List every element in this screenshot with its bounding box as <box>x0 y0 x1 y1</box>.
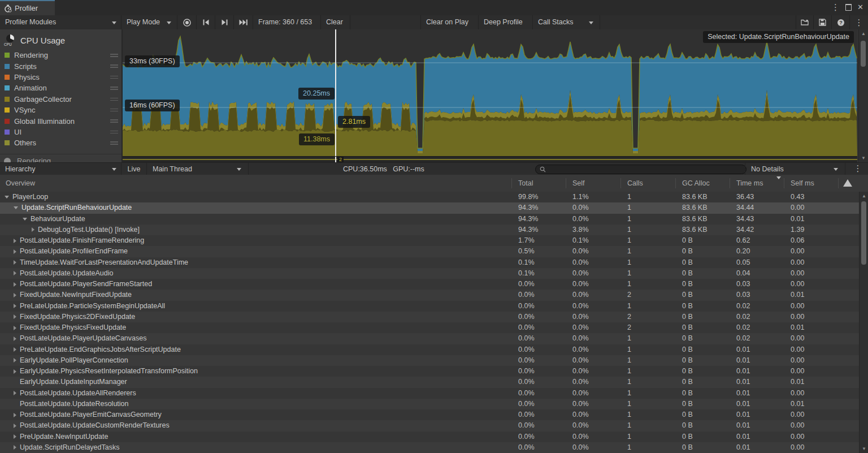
expand-arrow-icon[interactable] <box>32 227 34 232</box>
legend-item-global-illumination[interactable]: Global Illumination <box>0 115 121 126</box>
collapse-arrow-icon[interactable] <box>23 218 27 221</box>
record-button[interactable] <box>177 15 197 29</box>
toolbar-menu-button[interactable]: ⋮ <box>850 15 868 29</box>
scroll-down-icon[interactable]: ▼ <box>858 156 868 161</box>
table-row[interactable]: FixedUpdate.NewInputFixedUpdate0.0%0.0%2… <box>0 290 868 300</box>
drag-handle-icon[interactable] <box>110 109 118 113</box>
expand-arrow-icon[interactable] <box>14 271 16 275</box>
expand-arrow-icon[interactable] <box>14 336 16 341</box>
table-row[interactable]: TimeUpdate.WaitForLastPresentationAndUpd… <box>0 257 868 268</box>
drag-handle-icon[interactable] <box>110 54 118 58</box>
drag-handle-icon[interactable] <box>110 87 118 91</box>
expand-arrow-icon[interactable] <box>14 369 16 374</box>
legend-item-physics[interactable]: Physics <box>0 72 121 83</box>
expand-arrow-icon[interactable] <box>14 391 16 395</box>
help-button[interactable]: ? <box>832 15 850 29</box>
column-overview[interactable]: Overview <box>6 179 35 187</box>
last-frame-button[interactable] <box>234 15 253 29</box>
table-row[interactable]: PostLateUpdate.UpdateAudio0.1%0.0%10 B0.… <box>0 268 868 279</box>
details-dropdown[interactable]: No Details <box>745 163 845 175</box>
table-row[interactable]: DebugLogTest.Update() [Invoke]94.3%3.8%1… <box>0 225 868 235</box>
expand-arrow-icon[interactable] <box>14 326 16 330</box>
table-row[interactable]: Update.ScriptRunDelayedTasks0.0%0.0%10 B… <box>0 442 868 453</box>
column-gc-alloc[interactable]: GC Alloc <box>682 179 710 187</box>
prev-frame-button[interactable] <box>197 15 215 29</box>
drag-handle-icon[interactable] <box>110 131 118 135</box>
table-row[interactable]: PostLateUpdate.PlayerEmitCanvasGeometry0… <box>0 409 868 420</box>
view-mode-dropdown[interactable]: Hierarchy <box>0 163 121 175</box>
legend-item-ui[interactable]: UI <box>0 127 121 137</box>
collapse-all-button[interactable] <box>843 179 852 187</box>
expand-arrow-icon[interactable] <box>14 260 16 265</box>
collapse-arrow-icon[interactable] <box>14 206 18 209</box>
expand-arrow-icon[interactable] <box>14 424 16 428</box>
drag-handle-icon[interactable] <box>110 76 118 80</box>
table-row[interactable]: Update.ScriptRunBehaviourUpdate94.3%0.0%… <box>0 202 868 213</box>
table-row[interactable]: PostLateUpdate.PlayerUpdateCanvases0.0%0… <box>0 333 868 344</box>
column-calls[interactable]: Calls <box>627 179 643 187</box>
column-self-ms[interactable]: Self ms <box>791 179 814 187</box>
expand-arrow-icon[interactable] <box>14 413 16 417</box>
table-row[interactable]: PreLateUpdate.ParticleSystemBeginUpdateA… <box>0 301 868 312</box>
save-profile-button[interactable] <box>814 15 832 29</box>
window-menu-icon[interactable]: ⋮ <box>831 3 840 11</box>
expand-arrow-icon[interactable] <box>14 445 16 450</box>
expand-arrow-icon[interactable] <box>14 358 16 363</box>
expand-arrow-icon[interactable] <box>14 249 16 254</box>
table-row[interactable]: FixedUpdate.Physics2DFixedUpdate0.0%0.0%… <box>0 312 868 322</box>
drag-handle-icon[interactable] <box>110 119 118 124</box>
table-row[interactable]: FixedUpdate.PhysicsFixedUpdate0.0%0.0%20… <box>0 322 868 333</box>
profiler-tab[interactable]: Profiler <box>0 0 55 15</box>
thread-dropdown[interactable]: Main Thread <box>147 163 249 175</box>
expand-arrow-icon[interactable] <box>14 347 16 352</box>
scrollbar-thumb[interactable] <box>861 41 866 67</box>
scrollbar-thumb[interactable] <box>861 201 866 265</box>
next-frame-button[interactable] <box>215 15 234 29</box>
drag-handle-icon[interactable] <box>110 141 118 146</box>
table-scrollbar[interactable]: ▲ ▼ <box>859 192 868 453</box>
cpu-usage-header[interactable]: CPU CPU Usage <box>0 29 121 50</box>
table-row[interactable]: PostLateUpdate.UpdateAllRenderers0.0%0.0… <box>0 388 868 399</box>
drag-handle-icon[interactable] <box>110 98 118 102</box>
table-row[interactable]: PostLateUpdate.ProfilerEndFrame0.5%0.0%1… <box>0 246 868 257</box>
table-row[interactable]: EarlyUpdate.PhysicsResetInterpolatedTran… <box>0 366 868 377</box>
legend-item-garbagecollector[interactable]: GarbageCollector <box>0 94 121 105</box>
scroll-up-icon[interactable]: ▲ <box>858 31 868 36</box>
legend-item-vsync[interactable]: VSync <box>0 105 121 115</box>
load-profile-button[interactable] <box>796 15 814 29</box>
clear-on-play-button[interactable]: Clear on Play <box>420 15 479 29</box>
table-row[interactable]: PreLateUpdate.EndGraphicsJobsAfterScript… <box>0 344 868 355</box>
scroll-down-icon[interactable]: ▼ <box>860 446 868 451</box>
legend-item-rendering[interactable]: Rendering <box>0 50 121 61</box>
table-row[interactable]: PostLateUpdate.UpdateCustomRenderTexture… <box>0 420 868 431</box>
collapse-arrow-icon[interactable] <box>5 196 9 199</box>
call-stacks-dropdown[interactable]: Call Stacks <box>533 15 600 29</box>
search-input[interactable] <box>546 166 735 174</box>
column-total[interactable]: Total <box>518 179 533 187</box>
legend-item-others[interactable]: Others <box>0 137 121 148</box>
expand-arrow-icon[interactable] <box>14 304 16 308</box>
expand-arrow-icon[interactable] <box>14 282 16 287</box>
table-row[interactable]: PostLateUpdate.PlayerSendFrameStarted0.0… <box>0 279 868 290</box>
table-row[interactable]: PlayerLoop99.8%1.1%183.6 KB36.430.43 <box>0 192 868 202</box>
table-row[interactable]: PostLateUpdate.UpdateResolution0.0%0.0%1… <box>0 399 868 409</box>
modules-scrollbar[interactable]: ▲ ▼ <box>858 29 868 162</box>
deep-profile-button[interactable]: Deep Profile <box>479 15 533 29</box>
scroll-up-icon[interactable]: ▲ <box>860 193 868 199</box>
cpu-usage-chart[interactable]: 33ms (30FPS) 16ms (60FPS) 20.25ms 2.81ms… <box>123 29 857 156</box>
expand-arrow-icon[interactable] <box>14 434 16 439</box>
legend-item-animation[interactable]: Animation <box>0 83 121 93</box>
play-mode-dropdown[interactable]: Play Mode <box>121 15 177 29</box>
details-menu-button[interactable]: ⋮ <box>848 163 868 175</box>
drag-handle-icon[interactable] <box>110 64 118 69</box>
table-row[interactable]: BehaviourUpdate94.3%0.0%183.6 KB34.430.0… <box>0 214 868 225</box>
column-time-ms[interactable]: Time ms <box>736 179 763 187</box>
profiler-modules-dropdown[interactable]: Profiler Modules <box>0 15 121 29</box>
close-icon[interactable]: ✕ <box>857 3 863 11</box>
expand-arrow-icon[interactable] <box>14 314 16 319</box>
table-row[interactable]: PostLateUpdate.FinishFrameRendering1.7%0… <box>0 235 868 246</box>
expand-arrow-icon[interactable] <box>14 239 16 243</box>
maximize-icon[interactable] <box>845 4 852 11</box>
expand-arrow-icon[interactable] <box>14 293 16 297</box>
table-row[interactable]: EarlyUpdate.UpdateInputManager0.0%0.0%10… <box>0 377 868 387</box>
